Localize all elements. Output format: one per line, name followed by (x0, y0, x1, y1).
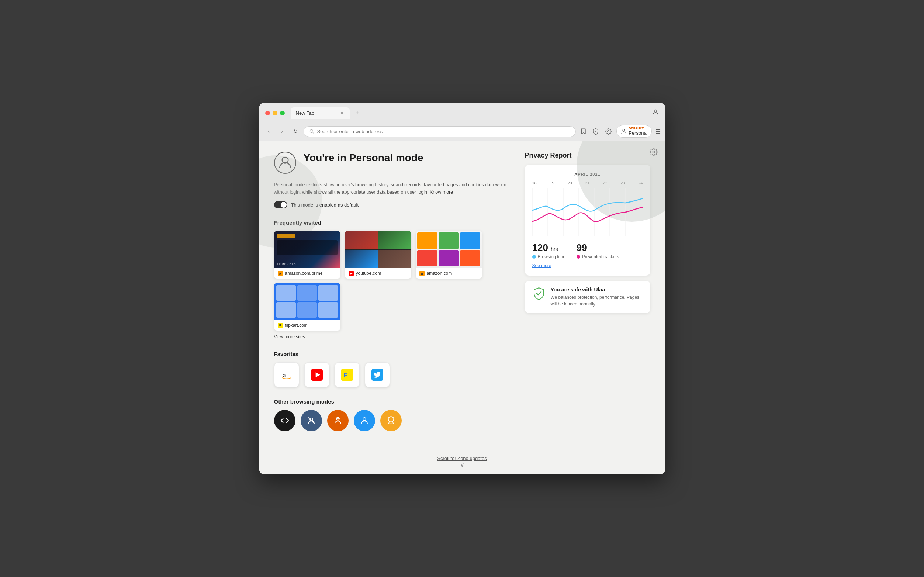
kids-mode-button[interactable] (327, 410, 349, 431)
trackers-dot (576, 255, 580, 259)
developer-mode-button[interactable] (274, 410, 295, 431)
incognito-mode-button[interactable] (301, 410, 322, 431)
profile-name: Personal (629, 131, 647, 136)
address-bar[interactable] (304, 126, 576, 137)
flipkart-preview (274, 283, 340, 320)
flipkart-name: flipkart.com (285, 323, 307, 328)
profile-button[interactable]: DEFAULT Personal (617, 125, 651, 138)
site-thumbnail-amazon[interactable]: a amazon.com (416, 231, 482, 279)
frequently-visited-section: Frequently visited a (274, 219, 510, 340)
privacy-chart (532, 188, 643, 236)
minimize-button[interactable] (273, 111, 277, 116)
scroll-link[interactable]: Scroll for Zoho updates (437, 456, 486, 461)
bookmark-icon[interactable] (579, 127, 588, 136)
favorites-section: Favorites a (274, 351, 510, 387)
main-content: You're in Personal mode Personal mode re… (259, 140, 665, 474)
amazon-preview (416, 231, 482, 268)
svg-point-18 (389, 419, 390, 419)
favorites-title: Favorites (274, 351, 510, 357)
decoration (277, 240, 338, 255)
site-thumbnail-amazon-prime[interactable]: a amazon.com/prime (274, 231, 340, 279)
toolbar: ‹ › ↻ (259, 122, 665, 140)
search-icon (309, 129, 314, 134)
svg-point-4 (652, 151, 655, 153)
settings-icon[interactable] (604, 127, 613, 136)
tab-title: New Tab (296, 110, 314, 116)
site-label: a amazon.com/prime (274, 268, 340, 279)
see-more-link[interactable]: See more (532, 263, 643, 268)
svg-point-19 (392, 419, 393, 419)
new-tab-button[interactable]: + (353, 108, 362, 118)
site-label: ▶ youtube.com (345, 268, 411, 279)
site-thumbnail-flipkart[interactable]: F flipkart.com (274, 283, 340, 330)
svg-point-0 (654, 110, 657, 112)
scroll-arrow-icon: ∨ (265, 461, 659, 468)
site-thumbnails-list: a amazon.com/prime (274, 231, 510, 330)
favorite-flipkart[interactable]: F (335, 362, 360, 387)
safe-description: We balanced protection, performance. Pag… (551, 294, 643, 307)
right-panel: Privacy Report APRIL 2021 18 19 20 21 22… (525, 152, 650, 438)
site-label: a amazon.com (416, 268, 482, 279)
safe-card: You are safe with Ulaa We balanced prote… (525, 281, 650, 313)
forward-button[interactable]: › (277, 126, 287, 137)
trackers-stat: 99 Prevented trackers (576, 242, 619, 259)
shield-icon[interactable] (591, 127, 600, 136)
guest-mode-button[interactable] (380, 410, 402, 431)
page-title: You're in Personal mode (304, 152, 423, 164)
favorites-grid: a F (274, 362, 510, 387)
favorite-twitter[interactable] (365, 362, 390, 387)
view-more-link[interactable]: View more sites (274, 334, 305, 339)
browser-window: New Tab ✕ + ‹ › ↻ (259, 103, 665, 474)
private-mode-button[interactable] (354, 410, 375, 431)
toolbar-actions: DEFAULT Personal ☰ (579, 125, 660, 138)
svg-point-16 (337, 418, 339, 419)
browsing-dot (532, 255, 536, 259)
modes-list (274, 410, 510, 431)
svg-point-17 (363, 417, 366, 421)
amazon-favicon: a (278, 271, 283, 276)
browsing-time-stat: 120 hrs Browsing time (532, 242, 565, 259)
browsing-modes-title: Other browsing modes (274, 398, 510, 405)
search-input[interactable] (317, 129, 571, 134)
amazon-prime-preview (274, 231, 340, 268)
decoration (277, 234, 295, 239)
page-settings-icon[interactable] (650, 148, 658, 158)
youtube-favicon: ▶ (349, 271, 354, 276)
site-thumbnail-youtube[interactable]: ▶ youtube.com (345, 231, 411, 279)
browsing-modes-section: Other browsing modes (274, 398, 510, 431)
back-button[interactable]: ‹ (264, 126, 274, 137)
tab-close-button[interactable]: ✕ (340, 110, 344, 116)
amazon-favicon2: a (419, 271, 425, 276)
close-button[interactable] (265, 111, 270, 116)
favorite-amazon[interactable]: a (274, 362, 299, 387)
svg-text:a: a (283, 371, 286, 379)
youtube-name: youtube.com (356, 271, 382, 276)
maximize-button[interactable] (280, 111, 285, 116)
refresh-button[interactable]: ↻ (290, 126, 301, 137)
svg-text:F: F (343, 372, 347, 379)
default-mode-toggle[interactable] (274, 201, 287, 208)
site-label: F flipkart.com (274, 320, 340, 330)
svg-point-1 (310, 129, 313, 132)
safe-shield-icon (532, 287, 546, 300)
youtube-preview (345, 231, 411, 268)
hamburger-menu[interactable]: ☰ (655, 128, 661, 135)
active-tab[interactable]: New Tab ✕ (291, 107, 350, 119)
traffic-lights (265, 111, 285, 116)
amazon-prime-name: amazon.com/prime (285, 271, 323, 276)
title-bar: New Tab ✕ + (259, 103, 665, 122)
amazon-name: amazon.com (427, 271, 452, 276)
chart-stats: 120 hrs Browsing time 99 (532, 242, 643, 259)
svg-point-3 (623, 129, 625, 131)
know-more-link[interactable]: Know more (430, 190, 453, 195)
flipkart-favicon: F (278, 323, 283, 328)
profile-corner-icon[interactable] (652, 108, 659, 118)
safe-text: You are safe with Ulaa We balanced prote… (551, 287, 643, 307)
svg-point-2 (607, 131, 609, 132)
favorite-youtube[interactable] (304, 362, 329, 387)
scroll-footer: Scroll for Zoho updates ∨ (259, 450, 665, 474)
safe-title: You are safe with Ulaa (551, 287, 643, 293)
profile-avatar-icon (620, 128, 627, 135)
